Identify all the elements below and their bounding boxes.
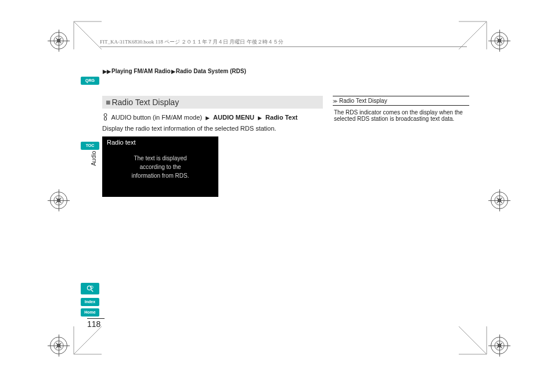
svg-point-11 — [498, 344, 501, 347]
chevron-icon: ≫ — [333, 99, 337, 104]
audio-button-icon — [102, 113, 109, 123]
crop-mark — [73, 20, 103, 51]
screenshot-line: according to the — [139, 163, 181, 171]
side-tab-search[interactable] — [81, 283, 99, 294]
step-text: AUDIO button (in FM/AM mode) — [111, 114, 202, 121]
section-heading-text: Radio Text Display — [111, 98, 179, 107]
svg-point-14 — [91, 286, 93, 289]
device-screenshot: Radio text The text is displayed accordi… — [102, 136, 218, 197]
svg-point-15 — [104, 114, 107, 117]
svg-point-5 — [57, 199, 60, 202]
breadcrumb-item: Playing FM/AM Radio — [111, 68, 171, 74]
svg-point-4 — [54, 196, 63, 205]
svg-point-8 — [54, 341, 63, 350]
step-text-bold: Radio Text — [265, 114, 297, 121]
svg-point-9 — [57, 344, 60, 347]
description-text: Display the radio text information of th… — [102, 125, 323, 132]
crop-mark — [458, 325, 488, 355]
step-text-bold: AUDIO MENU — [213, 114, 254, 121]
breadcrumb: ▶▶Playing FM/AM Radio▶Radio Data System … — [102, 68, 246, 74]
side-tab-qrg[interactable]: QRG — [81, 77, 99, 85]
screenshot-line: The text is displayed — [134, 154, 186, 163]
svg-point-6 — [495, 196, 504, 205]
svg-point-10 — [495, 341, 504, 350]
registration-mark — [50, 192, 67, 209]
screenshot-body: The text is displayed according to the i… — [102, 136, 218, 197]
svg-point-1 — [57, 39, 60, 42]
sidebox-title: ≫Radio Text Display — [333, 96, 469, 106]
triangle-icon: ▶▶ — [103, 69, 111, 74]
section-heading: ■Radio Text Display — [102, 96, 323, 109]
svg-point-3 — [498, 39, 501, 42]
info-sidebox: ≫Radio Text Display The RDS indicator co… — [333, 96, 469, 122]
manual-page: FIT_KA-31TK6830.book 118 ページ ２０１１年７月４日 月… — [0, 0, 554, 392]
registration-mark — [50, 337, 67, 354]
crop-mark — [73, 325, 103, 355]
svg-line-13 — [91, 290, 93, 292]
book-header-strip: FIT_KA-31TK6830.book 118 ページ ２０１１年７月４日 月… — [100, 38, 467, 47]
sidebox-title-text: Radio Text Display — [339, 98, 387, 104]
triangle-icon: ▶ — [258, 115, 262, 121]
page-number: 118 — [87, 318, 105, 329]
screenshot-line: information from RDS. — [132, 171, 189, 180]
svg-point-7 — [498, 199, 501, 202]
triangle-icon: ▶ — [206, 115, 210, 121]
section-label-audio: Audio — [91, 151, 97, 166]
side-tab-toc[interactable]: TOC — [81, 142, 99, 150]
side-tab-home[interactable]: Home — [81, 308, 99, 317]
svg-point-0 — [54, 36, 63, 45]
registration-mark — [491, 32, 508, 49]
sidebox-body: The RDS indicator comes on the display w… — [333, 109, 469, 122]
svg-point-2 — [495, 36, 504, 45]
breadcrumb-item: Radio Data System (RDS) — [176, 68, 246, 74]
square-bullet-icon: ■ — [106, 98, 110, 107]
procedure-steps: AUDIO button (in FM/AM mode) ▶ AUDIO MEN… — [102, 113, 323, 123]
search-icon — [86, 285, 94, 293]
svg-rect-16 — [105, 117, 107, 120]
triangle-icon: ▶ — [171, 69, 175, 74]
registration-mark — [491, 192, 508, 209]
registration-mark — [50, 32, 67, 49]
side-tab-index[interactable]: Index — [81, 298, 99, 306]
registration-mark — [491, 337, 508, 354]
main-content: ■Radio Text Display AUDIO button (in FM/… — [102, 96, 323, 197]
